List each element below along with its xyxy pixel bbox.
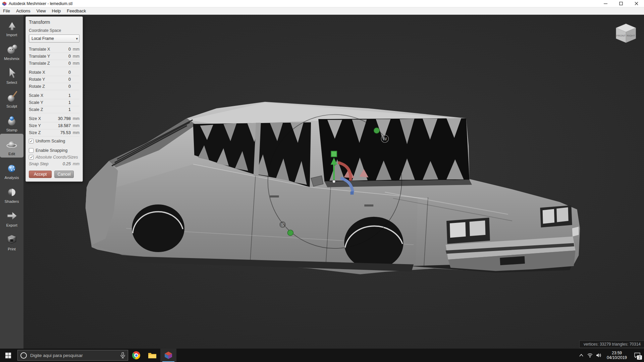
view-cube[interactable]: FRONT RIGHT	[616, 24, 636, 43]
shaders-icon	[4, 184, 19, 199]
edit-icon	[4, 136, 19, 152]
taskbar-explorer-button[interactable]	[144, 349, 160, 362]
rotate-x-value[interactable]: 0	[55, 70, 71, 75]
rotate-z-value[interactable]: 0	[55, 84, 71, 89]
file-explorer-icon	[148, 352, 157, 359]
tool-sidebar: Import Meshmix Select Sculpt Stamp Edit	[0, 15, 23, 349]
stamp-icon	[4, 113, 19, 128]
sidebar-item-shaders[interactable]: Shaders	[0, 181, 23, 205]
translate-y-row: Translate Y 0 mm	[29, 53, 79, 60]
rotate-x-row: Rotate X 0	[29, 69, 79, 76]
size-y-row: Size Y 18.587 mm	[29, 122, 79, 129]
export-icon	[4, 208, 19, 223]
taskbar-search-box[interactable]	[17, 350, 128, 361]
size-z-value[interactable]: 75.53	[55, 130, 71, 135]
scale-y-row: Scale Y 1	[29, 99, 79, 106]
accept-button[interactable]: Accept	[29, 171, 52, 178]
enable-snapping-checkbox[interactable]: Enable Snapping	[29, 147, 79, 154]
windows-taskbar: 23:59 04/10/2019 2	[0, 349, 644, 362]
sidebar-item-import[interactable]: Import	[0, 15, 23, 39]
coordinate-space-select[interactable]: Local Frame ▾	[29, 35, 79, 43]
size-x-value[interactable]: 30.798	[55, 116, 71, 121]
hidden-icons-chevron[interactable]	[577, 349, 586, 362]
viewport-canvas[interactable]: W S FRONT RIGHT Transform Coordinate Spa…	[23, 15, 644, 349]
taskbar-clock[interactable]: 23:59 04/10/2019	[604, 351, 629, 360]
taskbar-search-input[interactable]	[30, 353, 118, 358]
absolute-coords-checkbox[interactable]: ✓ Absolute Coords/Sizes	[29, 154, 79, 161]
checkbox-icon[interactable]	[29, 148, 34, 153]
speaker-icon[interactable]	[594, 349, 603, 362]
windows-logo-icon	[5, 353, 11, 358]
clock-time: 23:59	[604, 351, 629, 355]
gizmo-s-label: S	[281, 223, 284, 227]
translate-x-value[interactable]: 0	[55, 47, 71, 52]
translate-z-value[interactable]: 0	[55, 61, 71, 66]
sidebar-item-print[interactable]: Print	[0, 229, 23, 253]
gizmo-z-handle[interactable]	[351, 191, 354, 195]
scale-z-row: Scale Z 1	[29, 106, 79, 113]
sidebar-item-meshmix[interactable]: Meshmix	[0, 39, 23, 62]
chrome-icon	[132, 351, 140, 359]
coordinate-space-label: Coordinate Space	[29, 28, 79, 33]
rotate-y-row: Rotate Y 0	[29, 76, 79, 83]
close-button[interactable]	[629, 0, 644, 7]
chevron-down-icon: ▾	[76, 37, 78, 41]
view-cube-right-label: RIGHT	[627, 34, 635, 37]
maximize-button[interactable]	[613, 0, 629, 7]
menu-feedback[interactable]: Feedback	[64, 7, 89, 14]
scale-z-value[interactable]: 1	[55, 107, 71, 112]
sidebar-item-select[interactable]: Select	[0, 62, 23, 86]
sculpt-icon	[4, 89, 19, 104]
coordinate-space-value: Local Frame	[32, 36, 54, 41]
action-center-button[interactable]: 2	[631, 349, 644, 362]
translate-y-value[interactable]: 0	[55, 54, 71, 59]
checkbox-icon[interactable]: ✓	[29, 155, 34, 160]
sidebar-item-edit[interactable]: Edit	[0, 134, 23, 158]
notification-badge: 2	[637, 355, 642, 360]
snap-step-value[interactable]: 0.25	[55, 162, 71, 166]
print-icon	[4, 232, 19, 247]
rotate-y-value[interactable]: 0	[55, 77, 71, 82]
rotate-z-row: Rotate Z 0	[29, 83, 79, 90]
import-icon	[4, 17, 19, 33]
taskbar-meshmixer-button[interactable]	[160, 349, 176, 362]
menu-help[interactable]: Help	[49, 7, 64, 14]
transform-panel: Transform Coordinate Space Local Frame ▾…	[25, 16, 83, 182]
gizmo-origin-handle[interactable]	[332, 180, 335, 183]
uniform-scaling-checkbox[interactable]: ✓ Uniform Scaling	[29, 138, 79, 144]
search-icon	[20, 352, 27, 359]
sidebar-item-sculpt[interactable]: Sculpt	[0, 86, 23, 110]
sidebar-item-stamp[interactable]: Stamp	[0, 110, 23, 134]
gizmo-snap-sphere-2[interactable]	[287, 230, 293, 236]
menu-view[interactable]: View	[34, 7, 49, 14]
sidebar-item-analysis[interactable]: Analysis	[0, 158, 23, 181]
meshmixer-taskbar-icon	[164, 351, 172, 359]
select-icon	[4, 65, 19, 80]
menu-actions[interactable]: Actions	[13, 7, 34, 14]
sidebar-item-export[interactable]: Export	[0, 205, 23, 229]
scale-x-value[interactable]: 1	[55, 93, 71, 98]
translate-x-row: Translate X 0 mm	[29, 46, 79, 53]
scene-svg: W S FRONT RIGHT	[23, 15, 644, 349]
mesh-stats: vertices: 33279 triangles: 70314	[579, 341, 644, 348]
taskbar-chrome-button[interactable]	[128, 349, 144, 362]
microphone-icon[interactable]	[120, 352, 125, 358]
scale-y-value[interactable]: 1	[55, 100, 71, 105]
window-title: Autodesk Meshmixer - lemedium.stl	[9, 1, 72, 6]
analysis-icon	[4, 160, 19, 176]
panel-title: Transform	[29, 19, 79, 25]
gizmo-w-label: W	[383, 137, 387, 141]
cancel-button[interactable]: Cancel	[54, 171, 74, 178]
view-cube-front-label: FRONT	[616, 34, 626, 37]
menu-file[interactable]: File	[0, 7, 13, 14]
menu-bar: File Actions View Help Feedback	[0, 7, 644, 15]
gizmo-y-scale-handle[interactable]	[331, 151, 337, 157]
snap-step-row: Snap Step 0.25 mm	[29, 161, 79, 167]
scale-x-row: Scale X 1	[29, 92, 79, 99]
checkbox-icon[interactable]: ✓	[29, 139, 34, 143]
size-y-value[interactable]: 18.587	[55, 123, 71, 128]
minimize-button[interactable]	[598, 0, 613, 7]
start-button[interactable]	[0, 349, 16, 362]
network-icon[interactable]	[586, 349, 594, 362]
gizmo-snap-sphere[interactable]	[374, 128, 379, 133]
